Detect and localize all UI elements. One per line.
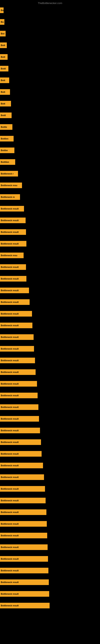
bar-row: Bottleneck resu — [0, 180, 100, 191]
bars-container: BoBoBotBottBottBottlBottBottBottBottlBot… — [0, 4, 100, 612]
bar-item: Bottleneck result — [0, 603, 50, 608]
bar-row: Bottleneck result — [0, 214, 100, 226]
bar-row: Bottleneck result — [0, 296, 100, 308]
bar-row: Bottl — [0, 63, 100, 74]
bar-row: Bottleneck result — [0, 401, 100, 413]
bar-row: Bottleneck r — [0, 168, 100, 180]
bar-item: Bott — [0, 42, 7, 48]
bar-row: Bottleneck resu — [0, 250, 100, 261]
bar-row: Bottlen — [0, 133, 100, 144]
bar-row: Bottleneck result — [0, 203, 100, 214]
bar-item: Bottleneck result — [0, 334, 34, 340]
bar-row: Botttlen — [0, 156, 100, 168]
bar-item: Bottleneck result — [0, 381, 37, 386]
bar-item: Bottleneck result — [0, 393, 38, 398]
bar-item: Botttlen — [0, 159, 15, 165]
bar-item: Bottl — [0, 112, 12, 118]
bar-item: Bottleneck result — [0, 474, 44, 480]
bar-item: Bott — [0, 101, 11, 106]
bar-row: Bottleneck result — [0, 331, 100, 343]
bar-item: Bott — [0, 89, 10, 95]
bar-row: Bottleneck result — [0, 284, 100, 296]
bar-item: Bottl — [0, 66, 8, 72]
bar-item: Bottleneck r — [0, 171, 18, 176]
bar-row: Bottleneck result — [0, 390, 100, 401]
bar-item: Bottleneck result — [0, 451, 42, 457]
bar-item: Bottleneck result — [0, 288, 29, 293]
bar-item: Bottleneck result — [0, 241, 26, 246]
bar-row: Bottleneck result — [0, 565, 100, 576]
bar-item: Bo — [0, 19, 4, 25]
bar-item: Bottleneck result — [0, 556, 48, 562]
bar-item: Bottleneck result — [0, 276, 26, 282]
bar-item: Bottleneck result — [0, 486, 45, 492]
bar-item: Bottleneck result — [0, 428, 40, 433]
bar-row: Bottleneck result — [0, 354, 100, 366]
bar-item: Bottleneck result — [0, 346, 34, 352]
bar-row: Bottleneck result — [0, 343, 100, 354]
bar-item: Bottleneck result — [0, 591, 49, 597]
bar-row: Bottleneck result — [0, 273, 100, 284]
bar-row: Bottleneck result — [0, 413, 100, 425]
bar-item: Bottleneck result — [0, 580, 49, 585]
bar-row: Bottleneck result — [0, 600, 100, 612]
bar-row: Bottleneck result — [0, 530, 100, 541]
bar-row: Bott — [0, 86, 100, 98]
bar-row: Bottleneck result — [0, 238, 100, 250]
bar-row: Bo — [0, 4, 100, 16]
bar-row: Bottleneck result — [0, 448, 100, 460]
bar-item: Bottleneck result — [0, 369, 36, 375]
bar-item: Bottleneck result — [0, 498, 46, 503]
bar-row: Bottleneck result — [0, 460, 100, 471]
bar-row: Bo — [0, 16, 100, 28]
bar-row: Bottleneck result — [0, 261, 100, 273]
bar-row: Bottleneck result — [0, 436, 100, 448]
bar-row: Bottleneck result — [0, 483, 100, 495]
bar-item: Bottleneck result — [0, 404, 38, 410]
bar-item: Bottleneck re — [0, 194, 20, 200]
bar-row: Bottle — [0, 121, 100, 133]
bar-row: Bott — [0, 40, 100, 51]
bar-row: Bottl — [0, 110, 100, 121]
bar-item: Bottleneck result — [0, 533, 47, 538]
bar-row: Bottleneck result — [0, 471, 100, 483]
bar-item: Bottleneck result — [0, 229, 26, 235]
bar-item: Bo — [0, 8, 3, 13]
bar-item: Bottleneck resu — [0, 182, 22, 188]
bar-item: Bottleneck result — [0, 544, 48, 550]
bar-row: Bottleneck result — [0, 320, 100, 331]
bar-row: Bott — [0, 74, 100, 86]
bar-row: Bottleneck result — [0, 518, 100, 530]
bar-row: Bottleneck result — [0, 308, 100, 320]
bar-item: Bottleneck result — [0, 416, 39, 422]
bar-item: Bottleneck result — [0, 311, 32, 316]
bar-item: Bottler — [0, 148, 14, 153]
bar-row: Bottleneck result — [0, 506, 100, 518]
bar-row: Bott — [0, 51, 100, 63]
bar-item: Bottleneck result — [0, 322, 32, 328]
bar-row: Bottleneck result — [0, 378, 100, 390]
bar-item: Bottleneck result — [0, 568, 49, 573]
bar-row: Bottleneck re — [0, 191, 100, 203]
bar-item: Bottlen — [0, 136, 14, 142]
bar-row: Bottleneck result — [0, 425, 100, 436]
bar-row: Bottler — [0, 144, 100, 156]
bar-item: Bottleneck result — [0, 299, 30, 305]
bar-item: Bottleneck result — [0, 264, 26, 270]
bar-item: Bot — [0, 31, 6, 36]
bar-row: Bott — [0, 98, 100, 110]
bar-row: Bot — [0, 28, 100, 40]
bar-item: Bottleneck result — [0, 463, 43, 468]
bar-item: Bott — [0, 78, 9, 83]
bar-row: Bottleneck result — [0, 553, 100, 565]
bar-item: Bott — [0, 54, 8, 60]
bar-item: Bottleneck result — [0, 218, 26, 223]
bar-row: Bottleneck result — [0, 226, 100, 238]
bar-row: Bottleneck result — [0, 541, 100, 553]
bar-item: Bottleneck result — [0, 206, 24, 212]
bar-item: Bottleneck result — [0, 509, 47, 515]
bar-item: Bottleneck result — [0, 521, 47, 527]
bar-item: Bottleneck result — [0, 358, 35, 363]
bar-row: Bottleneck result — [0, 495, 100, 506]
bar-item: Bottle — [0, 124, 12, 130]
